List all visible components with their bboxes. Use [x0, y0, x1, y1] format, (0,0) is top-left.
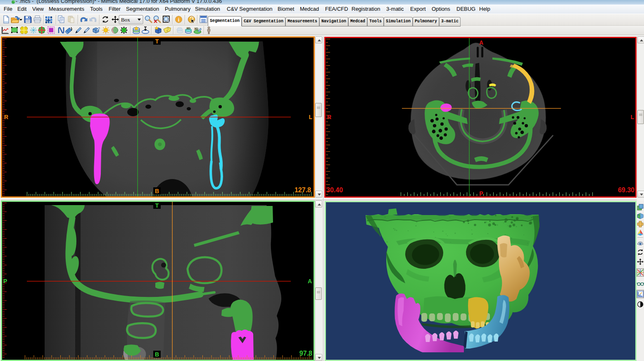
svg-text:A: A: [479, 39, 483, 46]
svg-text:127.8: 127.8: [295, 186, 311, 194]
svg-text:P: P: [3, 278, 7, 284]
svg-text:L: L: [630, 114, 634, 120]
svg-text:B: B: [155, 188, 159, 194]
svg-text:97.8: 97.8: [299, 350, 312, 357]
svg-text:A: A: [308, 278, 312, 284]
svg-text:30.40: 30.40: [326, 186, 343, 194]
svg-text:P: P: [479, 190, 483, 196]
svg-text:T: T: [155, 38, 159, 45]
svg-text:i: i: [178, 17, 180, 23]
svg-text:B: B: [155, 351, 159, 358]
svg-text:69.30: 69.30: [618, 186, 634, 194]
svg-text:3D: 3D: [194, 27, 198, 31]
svg-text:Box: Box: [121, 17, 130, 23]
svg-text:L: L: [309, 114, 312, 120]
svg-text:R: R: [327, 114, 331, 120]
svg-text:3D: 3D: [186, 26, 190, 30]
svg-text:T: T: [155, 202, 159, 209]
svg-text:R: R: [4, 114, 8, 120]
